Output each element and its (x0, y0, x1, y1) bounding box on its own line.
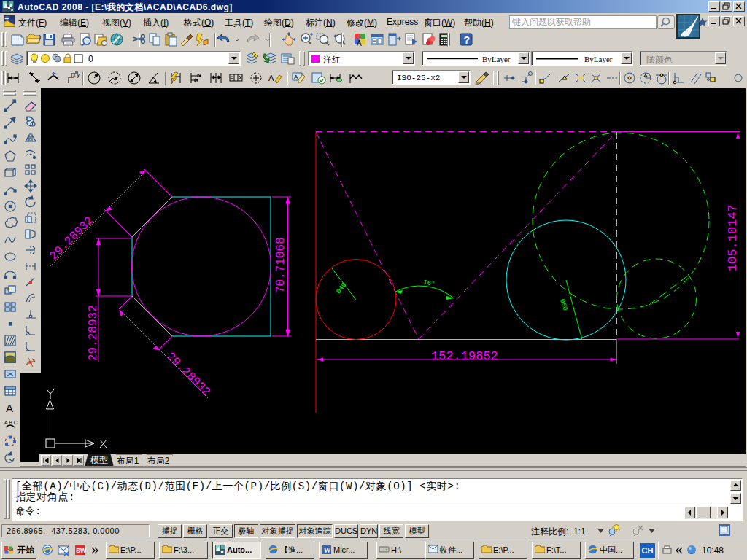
svg-text:29.28932: 29.28932 (47, 214, 96, 262)
svg-text:A B C: A B C (4, 420, 18, 425)
svg-text:A: A (6, 402, 13, 414)
svg-text:70.71068: 70.71068 (274, 237, 287, 293)
svg-text:29.28932: 29.28932 (87, 305, 100, 361)
svg-text:105.10147: 105.10147 (726, 204, 740, 271)
svg-text:Ø50: Ø50 (558, 298, 569, 312)
svg-text:?: ? (464, 34, 471, 46)
svg-text:W: W (324, 546, 331, 554)
svg-text:A: A (294, 74, 298, 80)
svg-text:A: A (268, 74, 274, 82)
svg-text:29.28932: 29.28932 (163, 350, 212, 399)
svg-text:Ø40: Ø40 (335, 281, 348, 295)
svg-text:x y: x y (73, 72, 80, 78)
svg-text:152.19852: 152.19852 (431, 349, 498, 363)
svg-text:A: A (357, 39, 362, 47)
svg-text:16°: 16° (422, 279, 436, 288)
svg-text:SW: SW (76, 547, 86, 554)
